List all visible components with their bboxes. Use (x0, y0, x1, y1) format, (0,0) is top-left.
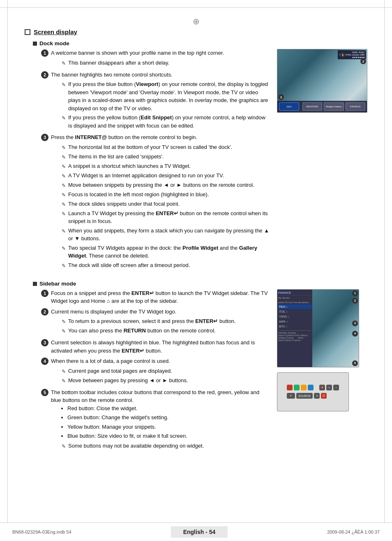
footer-center: English - 54 (171, 526, 228, 538)
pencil-icon-8: ✎ (62, 182, 66, 189)
dock-snippet-john: John (279, 102, 299, 111)
dock-mode-title: Dock mode (39, 40, 69, 46)
crosshair-icon: ⊕ (25, 16, 367, 26)
border-left (7, 0, 8, 541)
pencil-icon-16: ✎ (62, 327, 66, 335)
pencil-icon-5: ✎ (62, 153, 66, 161)
dock-item-3: 3 Press the INTERNET@ button on the remo… (41, 133, 270, 271)
dock-note-3-5: ✎ Move between snippets by pressing the … (62, 181, 270, 189)
footer-right: 2009-08-24 ¿ÃÊÀ 1:00:37 (327, 529, 380, 534)
sidebar-item-2-content: Current menu is displayed under the TV W… (51, 308, 270, 337)
dock-note-3-9: ✎ When you add snippets, they form a sta… (62, 227, 270, 243)
dock-note-3-2: ✎ The items in the list are called 'snip… (62, 153, 270, 161)
remote-btn-rec: ⊡ (321, 393, 327, 399)
bullet-green: Green button: Change the widget's settin… (67, 413, 270, 422)
page-container: ⊕ Screen display Dock mode 1 A welcome b… (0, 0, 392, 541)
pencil-icon-15: ✎ (62, 318, 66, 325)
sidebar-note-2-1: ✎ To return to a previous screen, select… (62, 317, 270, 325)
mockup-sidebar-2: 2 (352, 298, 358, 304)
num-circle-3: 3 (41, 134, 48, 141)
dock-note-3-6: ✎ Focus is located in the left most regi… (62, 190, 270, 199)
pencil-icon-10: ✎ (62, 201, 66, 208)
sidebar-item-2: 2 Current menu is displayed under the TV… (41, 308, 270, 337)
remote-btn-blue (308, 385, 314, 390)
dock-note-2-2: ✎ If you press the yellow button (Edit S… (62, 114, 270, 130)
dock-note-3-11: ✎ The dock will slide off screen after a… (62, 261, 270, 269)
remote-layout: 🔇 + − + SOURCE ∧ ⊡ (284, 381, 342, 402)
dock-item-2: 2 The banner highlights two remote contr… (41, 71, 270, 131)
pencil-icon-12: ✎ (62, 228, 66, 235)
pencil-icon-19: ✎ (62, 443, 66, 450)
sidebar-item-3-content: Current selection is always highlighted … (51, 339, 270, 355)
sidebar-screen-bg: 1 2 3 4 5 (312, 290, 359, 367)
mockup-sidebar-1: 1 (352, 290, 358, 296)
bullet-red: Red button: Close the widget. (67, 404, 270, 413)
pencil-icon-14: ✎ (62, 262, 66, 269)
num-circle-1: 1 (41, 49, 48, 57)
remote-nav-row: + SOURCE ∧ ⊡ (287, 393, 339, 399)
dock-note-3-3: ✎ A snippet is a shortcut which launches… (62, 162, 270, 170)
dock-mode-heading: Dock mode (33, 40, 367, 46)
sidebar-item-1: 1 Focus on a snippet and press the ENTER… (41, 289, 270, 305)
tv-screen-dock: Hello John! 9:15 AM Mon January 1985 ■ ■… (277, 49, 367, 112)
dock-snippet-weather: WEATHER (302, 102, 323, 111)
dock-item-2-content: The banner highlights two remote control… (51, 71, 270, 131)
dock-bar: John WEATHER Widget Gallery FINANCE (277, 101, 367, 112)
border-right (384, 0, 385, 541)
sidebar-item-2-notes: ✎ To return to a previous screen, select… (62, 317, 270, 335)
remote-control-mockup: 🔇 + − + SOURCE ∧ ⊡ (277, 372, 349, 411)
dock-mode-subsection: Dock mode 1 A welcome banner is shown wi… (33, 40, 367, 273)
sidebar-item-5-notes: ✎ Some buttons may not be available depe… (62, 442, 270, 450)
sidebar-note-4-1: ✎ Current page and total pages are displ… (62, 367, 270, 375)
footer-left: BN68-02329A-03Eng.indb 54 (12, 529, 71, 534)
dock-note-1-1: ✎ This banner disappears after a short d… (62, 59, 270, 67)
sidebar-mockup-wrapper: FINANCE My Stocks select ID from the lis… (277, 289, 367, 367)
sidebar-item-yhoo: YHOO ○ (278, 314, 311, 319)
mockup-num-3: 3 (278, 94, 284, 100)
dock-note-3-4: ✎ A TV Widget is an Internet application… (62, 172, 270, 180)
remote-btn-up: ∧ (314, 393, 320, 399)
sidebar-panel-title: FINANCE (278, 291, 311, 295)
sidebar-item-5-bullets: Red button: Close the widget. Green butt… (67, 404, 270, 440)
sidebar-note-2-2: ✎ You can also press the RETURN button o… (62, 327, 270, 335)
pencil-icon-18: ✎ (62, 377, 66, 385)
remote-btn-mute: 🔇 (319, 385, 325, 390)
sidebar-mode-image-col: FINANCE My Stocks select ID from the lis… (277, 289, 367, 454)
mockup-num-1: 1 (340, 52, 346, 58)
sidebar-item-3: 3 Current selection is always highlighte… (41, 339, 270, 355)
dock-mode-content: 1 A welcome banner is shown with your pr… (33, 49, 367, 273)
section-title: Screen display (34, 28, 77, 35)
dock-note-2-1: ✎ If you press the blue button (Viewport… (62, 80, 270, 112)
pencil-icon-9: ✎ (62, 191, 66, 199)
sidebar-num-1: 1 (41, 290, 48, 297)
dock-item-1-notes: ✎ This banner disappears after a short d… (62, 59, 270, 67)
bullet-yellow: Yellow button: Manage your snippets. (67, 423, 270, 431)
pencil-icon-6: ✎ (62, 163, 66, 170)
sidebar-panel: FINANCE My Stocks select ID from the lis… (277, 290, 312, 367)
dock-snippet-finance: FINANCE (346, 102, 366, 111)
sidebar-note-5-1: ✎ Some buttons may not be available depe… (62, 442, 270, 450)
sidebar-mode-text-col: 1 Focus on a snippet and press the ENTER… (33, 289, 270, 454)
sidebar-item-5-content: The bottom toolbar includes colour butto… (51, 388, 270, 451)
dock-tv-mockup: Hello John! 9:15 AM Mon January 1985 ■ ■… (277, 49, 367, 113)
sidebar-mode-subsection: Sidebar mode 1 Focus on a snippet and pr… (33, 281, 367, 454)
pencil-icon-2: ✎ (62, 81, 66, 88)
pencil-icon-11: ✎ (62, 210, 66, 218)
bullet-square-icon-2 (33, 282, 37, 286)
page-footer: BN68-02329A-03Eng.indb 54 English - 54 2… (0, 522, 392, 541)
sidebar-item-bitc: BITC ○ (278, 324, 311, 329)
checkbox-icon (25, 29, 30, 35)
dock-mode-image-col: Hello John! 9:15 AM Mon January 1985 ■ ■… (277, 49, 367, 273)
remote-btn-vol: − (333, 385, 339, 390)
sidebar-tv-mockup: FINANCE My Stocks select ID from the lis… (277, 289, 359, 367)
mockup-num-2: 2 (360, 58, 366, 64)
pencil-icon-7: ✎ (62, 172, 66, 180)
pencil-icon-13: ✎ (62, 245, 66, 252)
dock-note-3-8: ✎ Launch a TV Widget by pressing the ENT… (62, 209, 270, 225)
remote-btn-yellow (301, 385, 307, 390)
sidebar-item-4: 4 When there is a lot of data, a page co… (41, 357, 270, 386)
sidebar-numbered-list: 1 Focus on a snippet and press the ENTER… (41, 289, 270, 451)
sidebar-mode-content: 1 Focus on a snippet and press the ENTER… (33, 289, 367, 454)
sidebar-item-itoc: ITOC ○ (278, 309, 311, 314)
dock-snippet-gallery: Widget Gallery (324, 102, 344, 111)
